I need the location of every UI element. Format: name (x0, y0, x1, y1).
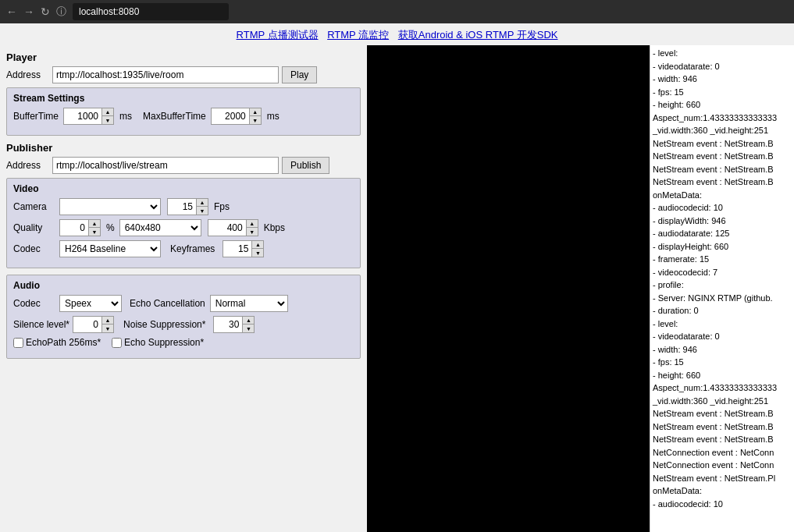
refresh-button[interactable]: ↻ (41, 5, 50, 18)
log-line: - displayHeight: 660 (653, 240, 792, 254)
link-rtmp-monitor[interactable]: RTMP 流监控 (327, 29, 389, 41)
codec-select[interactable]: H264 Baseline H264 Main VP6 (59, 240, 161, 257)
audio-codec-label: Codec (13, 298, 56, 309)
player-video (367, 45, 650, 289)
player-address-input[interactable] (52, 66, 279, 83)
max-buffer-label: MaxBufferTime (143, 111, 206, 122)
codec-label: Codec (13, 243, 56, 254)
log-line: - height: 660 (653, 98, 792, 112)
audio-codec-select[interactable]: Speex AAC MP3 (59, 295, 122, 312)
log-line: - audiocodecid: 10 (653, 201, 792, 215)
max-buffer-unit: ms (267, 111, 280, 122)
quality-down[interactable]: ▼ (89, 228, 100, 236)
buffer-time-up[interactable]: ▲ (102, 108, 113, 116)
echo-cancellation-select[interactable]: Normal Low High Off (210, 295, 288, 312)
log-line: NetStream event : NetStream.Pl (653, 472, 792, 485)
fps-down[interactable]: ▼ (197, 207, 208, 215)
buffer-time-spin: ▲ ▼ (63, 108, 114, 125)
fps-spin: ▲ ▼ (167, 198, 208, 215)
player-section-title: Player (6, 51, 361, 63)
play-button[interactable]: Play (282, 66, 317, 83)
log-line: - profile: (653, 278, 792, 292)
log-line: NetStream event : NetStream.B (653, 420, 792, 434)
quality-up[interactable]: ▲ (89, 220, 100, 228)
audio-settings-group: Audio Codec Speex AAC MP3 Echo Cancellat… (6, 275, 361, 359)
bitrate-unit: Kbps (264, 222, 285, 233)
audio-codec-row: Codec Speex AAC MP3 Echo Cancellation No… (13, 295, 354, 312)
top-links-bar: RTMP 点播测试器 RTMP 流监控 获取Android & iOS RTMP… (0, 23, 794, 45)
max-buffer-up[interactable]: ▲ (250, 108, 261, 116)
keyframes-input[interactable] (223, 240, 252, 257)
bitrate-input[interactable] (208, 219, 247, 236)
max-buffer-down[interactable]: ▼ (250, 116, 261, 124)
echo-suppression-checkbox-label[interactable]: Echo Suppression* (112, 337, 204, 348)
player-address-label: Address (6, 69, 49, 80)
video-settings-group: Video Camera ▲ ▼ Fps Quality (6, 178, 361, 268)
log-line: NetStream event : NetStream.B (653, 407, 792, 420)
noise-up[interactable]: ▲ (243, 317, 254, 325)
fps-up[interactable]: ▲ (197, 199, 208, 207)
url-bar[interactable] (73, 3, 229, 20)
noise-spin-group: ▲ ▼ (213, 316, 255, 333)
forward-button[interactable]: → (23, 5, 34, 18)
publisher-video (367, 289, 650, 532)
bitrate-down[interactable]: ▼ (247, 228, 258, 236)
keyframes-label: Keyframes (170, 243, 215, 254)
log-line: - height: 660 (653, 369, 792, 382)
noise-down[interactable]: ▼ (243, 325, 254, 332)
log-line: - videodatarate: 0 (653, 330, 792, 343)
log-line: - duration: 0 (653, 304, 792, 317)
player-address-row: Address Play (6, 66, 361, 83)
middle-section: - level:- videodatarate: 0- width: 946- … (367, 45, 794, 532)
log-line: onMetaData: (653, 189, 792, 202)
log-line: NetConnection event : NetConn (653, 446, 792, 459)
log-line: _vid.width:360 _vid.height:251 (653, 395, 792, 408)
audio-settings-title: Audio (13, 280, 354, 291)
publisher-address-input[interactable] (52, 157, 279, 174)
silence-up[interactable]: ▲ (102, 317, 113, 325)
echopath-checkbox[interactable] (13, 338, 23, 348)
silence-down[interactable]: ▼ (102, 325, 113, 332)
silence-input[interactable] (73, 316, 102, 333)
link-rtmp-player[interactable]: RTMP 点播测试器 (237, 29, 319, 41)
noise-input[interactable] (213, 316, 243, 333)
video-settings-title: Video (13, 183, 354, 194)
back-button[interactable]: ← (6, 5, 17, 18)
log-line: - level: (653, 317, 792, 331)
log-line: - fps: 15 (653, 356, 792, 369)
keyframes-spin-group: ▲ ▼ (223, 240, 264, 257)
stream-settings-group: Stream Settings BufferTime ▲ ▼ ms MaxBuf… (6, 87, 361, 136)
buffer-time-unit: ms (119, 111, 132, 122)
log-line: NetStream event : NetStream.B (653, 137, 792, 151)
publisher-section-title: Publisher (6, 142, 361, 154)
publish-button[interactable]: Publish (282, 157, 329, 174)
link-rtmp-sdk[interactable]: 获取Android & iOS RTMP 开发SDK (398, 29, 558, 41)
log-line: NetStream event : NetStream.B (653, 163, 792, 176)
echo-suppression-label: Echo Suppression* (124, 337, 204, 348)
info-icon: ⓘ (56, 5, 66, 19)
log-line: - videodatarate: 0 (653, 60, 792, 73)
max-buffer-input[interactable] (211, 108, 250, 125)
fps-input[interactable] (167, 198, 197, 215)
bitrate-spin-group: ▲ ▼ (208, 219, 258, 236)
log-line: - audiocodecid: 10 (653, 498, 792, 511)
noise-label: Noise Suppression* (123, 319, 205, 330)
silence-label: Silence level* (13, 319, 69, 330)
echopath-checkbox-label[interactable]: EchoPath 256ms* (13, 337, 101, 348)
resolution-select[interactable]: 640x480 320x240 1280x720 (119, 219, 201, 236)
camera-row: Camera ▲ ▼ Fps (13, 198, 354, 215)
echo-suppression-checkbox[interactable] (112, 338, 122, 348)
quality-row: Quality ▲ ▼ % 640x480 320x240 1280x720 (13, 219, 354, 236)
keyframes-up[interactable]: ▲ (252, 241, 263, 249)
log-line: - width: 946 (653, 343, 792, 356)
buffer-time-label: BufferTime (13, 111, 59, 122)
fps-label: Fps (214, 201, 230, 212)
log-panel: - level:- videodatarate: 0- width: 946- … (650, 45, 794, 532)
buffer-time-input[interactable] (63, 108, 102, 125)
camera-select[interactable] (59, 198, 161, 215)
keyframes-down[interactable]: ▼ (252, 249, 263, 257)
quality-input[interactable] (59, 219, 89, 236)
buffer-time-down[interactable]: ▼ (102, 116, 113, 124)
silence-spin-group: ▲ ▼ (73, 316, 114, 333)
bitrate-up[interactable]: ▲ (247, 220, 258, 228)
